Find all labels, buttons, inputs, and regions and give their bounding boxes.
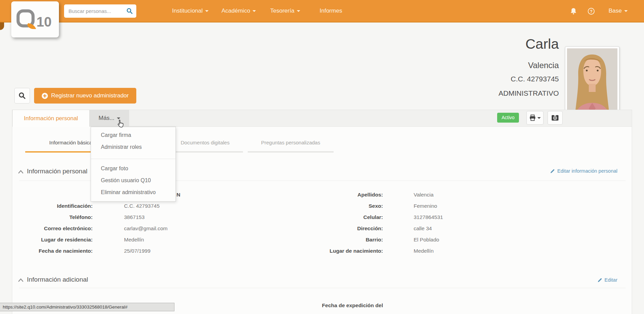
field-row: Celular: 3127864531 xyxy=(12,214,632,221)
print-button[interactable] xyxy=(526,111,543,125)
subtab-label: Documentos digitales xyxy=(167,138,243,145)
subtab-documentos-digitales[interactable]: Documentos digitales xyxy=(167,138,243,153)
field-value: El Poblado xyxy=(414,237,439,243)
register-admin-label: Registrar nuevo administrador xyxy=(51,92,129,99)
tab-mas-label: Más... xyxy=(98,115,114,121)
nav-institucional-label: Institucional xyxy=(172,7,203,14)
nav-informes-label: Informes xyxy=(320,7,342,14)
menu-item-administrar-roles[interactable]: Administrar roles xyxy=(101,144,142,150)
chevron-down-icon xyxy=(252,10,256,12)
field-value: calle 34 xyxy=(414,225,432,232)
collapse-personal-icon[interactable] xyxy=(18,169,24,175)
collapse-additional-icon[interactable] xyxy=(18,277,24,283)
field-value: Femenino xyxy=(414,203,437,209)
help-icon[interactable]: ? xyxy=(587,7,595,16)
nav-tesoreria-label: Tesorería xyxy=(270,7,294,14)
section-divider xyxy=(19,288,626,288)
edit-personal-link[interactable]: Editar información personal xyxy=(550,168,617,174)
field-row: Dirección: calle 34 xyxy=(12,225,632,232)
chevron-down-icon xyxy=(205,10,209,12)
mas-dropdown-menu: Cargar firma Administrar roles Cargar fo… xyxy=(91,127,176,202)
field-label: Apellidos: xyxy=(260,192,383,198)
menu-item-eliminar-administrativo[interactable]: Eliminar administrativo xyxy=(101,189,156,195)
edit-additional-label: Editar xyxy=(604,277,617,283)
profile-last-name: Valencia xyxy=(354,61,559,70)
field-value: Valencia xyxy=(414,192,433,198)
nav-institucional[interactable]: Institucional xyxy=(172,0,209,22)
additional-section-title: Información adicional xyxy=(27,276,88,283)
pencil-icon xyxy=(597,278,602,283)
field-row: Barrio: El Poblado xyxy=(12,237,632,244)
account-label: Base xyxy=(609,7,622,14)
chevron-down-icon xyxy=(624,10,628,12)
field-label: Barrio: xyxy=(260,237,383,243)
change-photo-button[interactable] xyxy=(548,111,563,125)
q10-logo-icon: 10 xyxy=(16,9,54,30)
field-label: Dirección: xyxy=(260,225,383,232)
menu-divider xyxy=(91,159,175,159)
top-navbar: Institucional Académico Tesorería Inform… xyxy=(0,0,644,22)
field-row: Sexo: Femenino xyxy=(12,203,632,210)
personal-section-title: Información personal xyxy=(27,168,87,175)
register-admin-button[interactable]: Registrar nuevo administrador xyxy=(34,88,136,104)
printer-icon xyxy=(529,114,536,121)
chevron-down-icon xyxy=(297,10,300,12)
camera-icon xyxy=(551,114,559,121)
cursor-hand-icon xyxy=(116,119,125,130)
subtab-underline xyxy=(167,151,243,153)
nav-informes[interactable]: Informes xyxy=(320,0,342,22)
chevron-down-icon xyxy=(537,117,541,119)
menu-item-cargar-firma[interactable]: Cargar firma xyxy=(101,132,131,138)
logo-suffix-text: 10 xyxy=(36,14,52,29)
profile-role: ADMINISTRATIVO xyxy=(354,89,559,97)
edit-additional-link[interactable]: Editar xyxy=(597,277,617,283)
additional-field-label-partial: Fecha de expedición del xyxy=(260,302,383,309)
advanced-search-button[interactable] xyxy=(14,88,30,104)
pencil-icon xyxy=(550,169,555,174)
profile-identification: C.C. 42793745 xyxy=(354,75,559,83)
subtab-underline xyxy=(248,151,334,153)
status-bar-url: https://site2.q10.com/Administrativo/333… xyxy=(0,303,174,311)
nav-academico-label: Académico xyxy=(221,7,250,14)
people-search xyxy=(64,4,136,18)
notifications-bell-icon[interactable] xyxy=(570,7,577,16)
search-input[interactable] xyxy=(64,4,136,18)
status-badge: Activo xyxy=(497,113,519,123)
field-row: Lugar de nacimiento: Medellín xyxy=(12,248,632,255)
edit-personal-label: Editar información personal xyxy=(557,168,617,174)
main-tabstrip: Información personal Más... Activo xyxy=(12,110,632,127)
field-label: Sexo: xyxy=(260,203,383,209)
menu-item-cargar-foto[interactable]: Cargar foto xyxy=(101,166,128,172)
question-mark-glyph: ? xyxy=(590,9,593,14)
search-icon[interactable] xyxy=(126,7,133,16)
portrait-image xyxy=(567,48,617,119)
subtab-label: Preguntas personalizadas xyxy=(248,138,334,145)
subtab-preguntas-personalizadas[interactable]: Preguntas personalizadas xyxy=(248,138,334,153)
field-label: Lugar de nacimiento: xyxy=(260,248,383,254)
plus-circle-icon xyxy=(42,93,48,99)
field-value: 3127864531 xyxy=(414,214,443,220)
field-label: Celular: xyxy=(260,214,383,220)
nav-tesoreria[interactable]: Tesorería xyxy=(270,0,300,22)
q10-admin-profile-page: { "colors": { "brand_orange": "#EC9434",… xyxy=(0,0,644,314)
account-menu-base[interactable]: Base xyxy=(609,0,628,22)
nav-academico[interactable]: Académico xyxy=(221,0,256,22)
menu-item-gestion-usuario-q10[interactable]: Gestión usuario Q10 xyxy=(101,177,151,184)
field-value: Medellín xyxy=(414,248,434,254)
profile-first-name: Carla xyxy=(354,36,559,52)
tab-informacion-personal[interactable]: Información personal xyxy=(12,110,90,127)
q10-logo[interactable]: 10 xyxy=(11,1,59,37)
search-icon xyxy=(18,92,26,99)
